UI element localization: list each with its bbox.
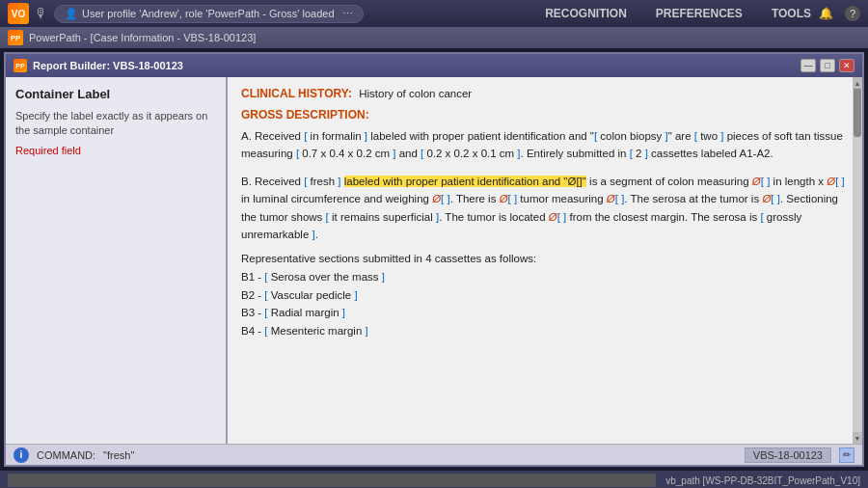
info-icon: i [14, 447, 29, 463]
clinical-history-section: CLINICAL HISTORY: History of colon cance… [241, 87, 849, 100]
progress-bar [8, 474, 656, 487]
user-icon: 👤 [65, 8, 78, 20]
command-value: "fresh" [103, 449, 134, 461]
app-logo: VO [8, 3, 29, 24]
second-bar-title: PowerPath - [Case Information - VBS-18-0… [29, 32, 256, 43]
list-item-b2: B2 - [ Vascular pedicle ] [241, 286, 849, 304]
clinical-header: CLINICAL HISTORY: [241, 87, 352, 100]
top-bar-nav: RECOGNITION PREFERENCES TOOLS [545, 7, 811, 20]
panel-title: Container Label [15, 87, 216, 101]
status-bar: i COMMAND: "fresh" VBS-18-00123 ✏ [6, 444, 862, 465]
nav-tools[interactable]: TOOLS [772, 7, 811, 20]
clinical-text: History of colon cancer [359, 88, 472, 99]
para-a-mid: labeled with proper patient identificati… [370, 130, 594, 142]
required-field-label: Required field [15, 145, 216, 156]
second-bar: PP PowerPath - [Case Information - VBS-1… [0, 27, 868, 48]
top-bar-left: VO 🎙 👤 User profile 'Andrew', role 'Powe… [8, 3, 537, 24]
bell-icon[interactable]: 🔔 [819, 7, 833, 20]
bracket-close-a: ] [362, 130, 371, 142]
window-content: Container Label Specify the label exactl… [6, 77, 862, 444]
scrollbar[interactable]: ▲ ▼ [853, 77, 862, 444]
highlight-end: " [583, 176, 586, 187]
panel-desc: Specify the label exactly as it appears … [15, 109, 216, 139]
maximize-button[interactable]: □ [820, 59, 835, 72]
scroll-arrow-down[interactable]: ▼ [853, 432, 862, 444]
top-bar-right: 🔔 ? [819, 6, 860, 21]
right-panel[interactable]: CLINICAL HISTORY: History of colon cance… [228, 77, 862, 444]
window-title-left: PP Report Builder: VBS-18-00123 [14, 59, 183, 72]
main-window: PP Report Builder: VBS-18-00123 — □ ✕ Co… [4, 52, 864, 467]
list-header: Representative sections submitted in 4 c… [241, 253, 849, 264]
command-label: COMMAND: [37, 449, 95, 461]
list-item-b4: B4 - [ Mesenteric margin ] [241, 322, 849, 339]
scroll-arrow-up[interactable]: ▲ [853, 77, 862, 89]
para-a-formalin: in formalin [311, 130, 362, 142]
edit-icon[interactable]: ✏ [839, 447, 854, 463]
window-logo: PP [14, 59, 27, 72]
top-bar: VO 🎙 👤 User profile 'Andrew', role 'Powe… [0, 0, 868, 27]
window-title-text: Report Builder: VBS-18-00123 [33, 60, 183, 71]
bracket-close-fresh: ] [335, 176, 340, 187]
user-badge-text: User profile 'Andrew', role 'PowerPath -… [82, 8, 335, 19]
minimize-button[interactable]: — [800, 59, 816, 72]
powerpath-logo: PP [8, 30, 23, 45]
paragraph-b: B. Received [ fresh ] labeled with prope… [241, 173, 849, 244]
para-b-prefix: B. Received [241, 176, 304, 187]
close-button[interactable]: ✕ [839, 59, 854, 72]
nav-recognition[interactable]: RECOGNITION [545, 7, 627, 20]
case-id-badge: VBS-18-00123 [745, 447, 831, 463]
window-title-bar: PP Report Builder: VBS-18-00123 — □ ✕ [6, 54, 862, 77]
help-icon[interactable]: ? [845, 6, 860, 21]
gross-description-section: GROSS DESCRIPTION: A. Received [ in form… [241, 108, 849, 339]
list-section: Representative sections submitted in 4 c… [241, 253, 849, 339]
mic-icon[interactable]: 🎙 [35, 6, 48, 21]
gross-header: GROSS DESCRIPTION: [241, 108, 849, 122]
para-a-prefix: A. Received [241, 130, 301, 142]
bottom-bar: vb_path [WS-PP-DB-32BIT_PowerPath_V10] [0, 471, 868, 488]
more-icon[interactable]: ⋯ [342, 8, 353, 20]
para-b-fresh: fresh [311, 176, 336, 187]
list-item-b3: B3 - [ Radial margin ] [241, 304, 849, 321]
user-badge: 👤 User profile 'Andrew', role 'PowerPath… [54, 5, 364, 23]
highlighted-text: labeled with proper patient identificati… [344, 176, 580, 187]
window-controls: — □ ✕ [800, 59, 854, 72]
bottom-path: vb_path [WS-PP-DB-32BIT_PowerPath_V10] [665, 475, 860, 486]
nav-preferences[interactable]: PREFERENCES [656, 7, 743, 20]
paragraph-a: A. Received [ in formalin ] labeled with… [241, 127, 849, 163]
list-item-b1: B1 - [ Serosa over the mass ] [241, 268, 849, 285]
para-a-biopsy: colon biopsy [600, 130, 662, 142]
left-panel: Container Label Specify the label exactl… [6, 77, 228, 444]
